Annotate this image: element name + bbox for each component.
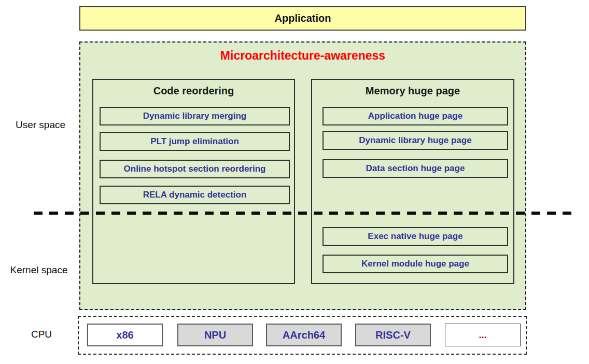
- framework-title: Microarchitecture-awareness: [80, 49, 525, 63]
- feature-data-section-huge-page: Data section huge page: [322, 159, 508, 178]
- user-space-label: User space: [4, 119, 77, 131]
- cpu-chip-ellipsis: ...: [445, 324, 521, 346]
- feature-rela-dynamic-detection: RELA dynamic detection: [100, 186, 290, 204]
- application-box: Application: [79, 6, 526, 31]
- cpu-chip-riscv: RISC-V: [355, 324, 431, 346]
- cpu-chip-x86: x86: [87, 324, 163, 346]
- feature-kernel-module-huge-page: Kernel module huge page: [322, 255, 508, 273]
- feature-plt-jump-elimination: PLT jump elimination: [100, 132, 290, 151]
- microarchitecture-awareness-container: Microarchitecture-awareness Code reorder…: [79, 41, 526, 310]
- feature-exec-native-huge-page: Exec native huge page: [322, 227, 508, 246]
- diagram-canvas: User space Kernel space CPU Application …: [0, 0, 589, 364]
- application-box-label: Application: [275, 12, 331, 24]
- kernel-space-label: Kernel space: [0, 264, 78, 276]
- code-reordering-title: Code reordering: [93, 85, 294, 97]
- memory-huge-page-group: Memory huge page Application huge page D…: [311, 79, 514, 284]
- cpu-label: CPU: [16, 329, 67, 340]
- feature-application-huge-page: Application huge page: [322, 107, 508, 125]
- code-reordering-group: Code reordering Dynamic library merging …: [92, 79, 295, 284]
- user-kernel-space-divider: [34, 212, 577, 215]
- feature-dynamic-library-huge-page: Dynamic library huge page: [322, 131, 508, 150]
- cpu-chip-aarch64: AArch64: [266, 324, 342, 346]
- cpu-chip-npu: NPU: [177, 324, 253, 346]
- feature-online-hotspot-section-reordering: Online hotspot section reordering: [100, 160, 290, 178]
- feature-dynamic-library-merging: Dynamic library merging: [100, 107, 290, 125]
- memory-huge-page-title: Memory huge page: [312, 85, 513, 97]
- cpu-container: x86 NPU AArch64 RISC-V ...: [78, 316, 527, 355]
